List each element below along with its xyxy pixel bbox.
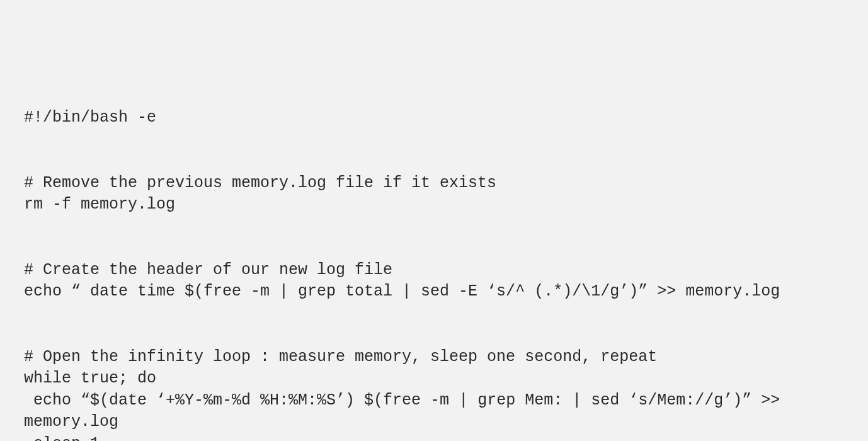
code-block: #!/bin/bash -e # Remove the previous mem…: [24, 107, 844, 441]
